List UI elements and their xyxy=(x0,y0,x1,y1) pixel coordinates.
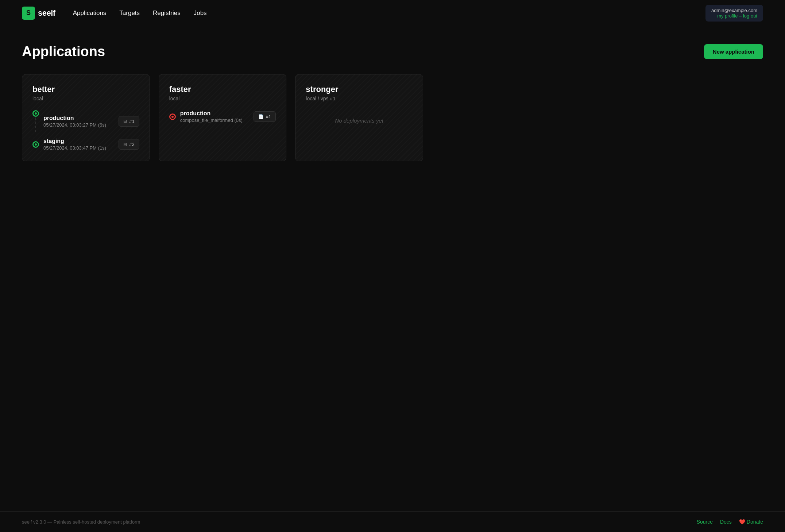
file-icon: ⊟ xyxy=(123,119,127,124)
nav-registries[interactable]: Registries xyxy=(153,9,181,17)
deployment-meta: compose_file_malformed (0s) xyxy=(180,117,249,123)
logo-name: seelf xyxy=(38,8,55,18)
status-dot-success xyxy=(32,110,39,117)
nav-user: admin@example.com my profile – log out xyxy=(705,5,763,22)
status-dot-error xyxy=(169,113,176,120)
badge-number: #2 xyxy=(129,142,134,147)
app-card-better: better local production 05/27/2024, 03:0… xyxy=(22,74,150,161)
deployment-meta: 05/27/2024, 03:03:27 PM (6s) xyxy=(43,122,114,128)
main-content: Applications New application better loca… xyxy=(0,26,785,511)
deployment-badge[interactable]: 📄 #1 xyxy=(254,111,276,122)
nav-user-email: admin@example.com xyxy=(711,8,757,13)
nav-applications[interactable]: Applications xyxy=(73,9,107,17)
app-card-stronger: stronger local / vps #1 No deployments y… xyxy=(295,74,423,161)
deployment-env: staging xyxy=(43,138,114,144)
file-icon: 📄 xyxy=(258,114,264,119)
app-name-better: better xyxy=(32,85,139,94)
status-dot-success xyxy=(32,141,39,148)
donate-link[interactable]: Donate xyxy=(747,519,763,525)
deployment-badge[interactable]: ⊟ #1 xyxy=(119,116,139,127)
nav-user-actions[interactable]: my profile – log out xyxy=(711,13,757,19)
deployment-item: production compose_file_malformed (0s) 📄… xyxy=(169,110,276,123)
app-target-stronger: local / vps #1 xyxy=(306,96,413,101)
file-icon: ⊟ xyxy=(123,142,127,147)
badge-number: #1 xyxy=(129,119,134,124)
deployment-list-better: production 05/27/2024, 03:03:27 PM (6s) … xyxy=(32,110,139,151)
apps-grid: better local production 05/27/2024, 03:0… xyxy=(22,74,423,161)
deployment-info: production compose_file_malformed (0s) xyxy=(180,110,249,123)
deployment-badge[interactable]: ⊟ #2 xyxy=(119,139,139,150)
deployment-env: production xyxy=(43,115,114,122)
logo-link[interactable]: S seelf xyxy=(22,7,55,20)
footer-version: seelf v2.3.0 — Painless self-hosted depl… xyxy=(22,519,140,525)
page-header: Applications New application xyxy=(22,44,763,59)
badge-number: #1 xyxy=(266,114,271,119)
app-card-faster: faster local production compose_file_mal… xyxy=(159,74,287,161)
no-deployments-text: No deployments yet xyxy=(306,110,413,131)
deployment-item: production 05/27/2024, 03:03:27 PM (6s) … xyxy=(32,110,139,132)
deployment-item: staging 05/27/2024, 03:03:47 PM (1s) ⊟ #… xyxy=(32,138,139,151)
docs-link[interactable]: Docs xyxy=(720,519,732,525)
source-link[interactable]: Source xyxy=(697,519,713,525)
new-application-button[interactable]: New application xyxy=(704,44,763,59)
app-target-better: local xyxy=(32,96,139,101)
navbar: S seelf Applications Targets Registries … xyxy=(0,0,785,26)
deployment-meta: 05/27/2024, 03:03:47 PM (1s) xyxy=(43,145,114,151)
logo-letter: S xyxy=(26,9,31,17)
deployment-info: production 05/27/2024, 03:03:27 PM (6s) xyxy=(43,115,114,128)
nav-targets[interactable]: Targets xyxy=(119,9,140,17)
footer-links: Source Docs ❤️ Donate xyxy=(697,519,763,525)
app-name-stronger: stronger xyxy=(306,85,413,94)
donate-container: ❤️ Donate xyxy=(739,519,763,525)
logo-icon: S xyxy=(22,7,35,20)
deployment-env: production xyxy=(180,110,249,117)
footer: seelf v2.3.0 — Painless self-hosted depl… xyxy=(0,511,785,532)
deployment-list-faster: production compose_file_malformed (0s) 📄… xyxy=(169,110,276,123)
nav-links: Applications Targets Registries Jobs xyxy=(73,9,705,17)
app-target-faster: local xyxy=(169,96,276,101)
nav-jobs[interactable]: Jobs xyxy=(194,9,207,17)
logout-link[interactable]: log out xyxy=(743,13,757,19)
deployment-info: staging 05/27/2024, 03:03:47 PM (1s) xyxy=(43,138,114,151)
my-profile-link[interactable]: my profile xyxy=(717,13,738,19)
heart-icon: ❤️ xyxy=(739,519,745,525)
app-name-faster: faster xyxy=(169,85,276,94)
page-title: Applications xyxy=(22,44,105,59)
